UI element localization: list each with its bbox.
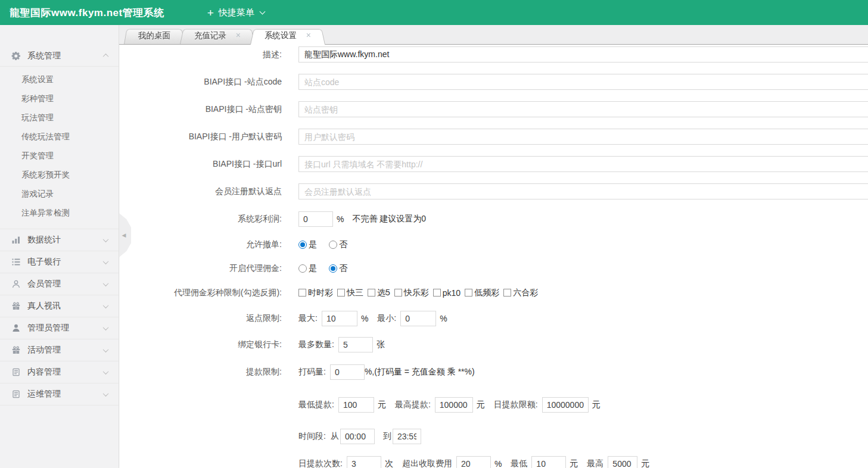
lottery-checkbox[interactable]	[465, 289, 472, 297]
sidebar-subitem[interactable]: 注单异常检测	[0, 204, 119, 223]
sidebar-subitem[interactable]: 传统玩法管理	[0, 127, 119, 146]
profit-input[interactable]	[298, 211, 333, 227]
unit-label: 张	[377, 339, 385, 350]
sidebar-group-activities[interactable]: 活动管理	[0, 339, 119, 361]
bank-card-qty-input[interactable]	[338, 337, 373, 352]
site-code-input[interactable]	[298, 74, 868, 90]
close-icon[interactable]: ×	[236, 30, 241, 40]
rebate-min-input[interactable]	[400, 311, 436, 326]
lottery-checkbox[interactable]	[433, 289, 441, 297]
sidebar-subitem[interactable]: 系统设置	[0, 70, 119, 89]
sidebar-subitem[interactable]: 游戏记录	[0, 185, 119, 204]
sidebar-group-label: 数据统计	[27, 235, 104, 245]
sidebar-group-label: 电子银行	[27, 257, 104, 267]
sidebar-subitem[interactable]: 开奖管理	[0, 146, 119, 166]
agent-commission-yes-radio[interactable]	[298, 264, 307, 273]
fee-max-input[interactable]	[608, 456, 637, 468]
radio-label: 否	[339, 263, 347, 274]
chevron-down-icon	[103, 280, 109, 286]
gift-icon	[11, 345, 21, 355]
checkbox-label: 快三	[347, 288, 363, 298]
sidebar-group-label: 活动管理	[27, 345, 104, 355]
time-range-label: 时间段:	[298, 431, 326, 442]
radio-label: 是	[309, 239, 317, 250]
max-qty-label: 最多数量:	[298, 339, 334, 350]
lottery-checkbox[interactable]	[298, 289, 306, 297]
lottery-checkbox[interactable]	[394, 289, 402, 297]
max-withdraw-input[interactable]	[435, 397, 473, 413]
sidebar-group-system[interactable]: 系统管理	[0, 45, 119, 67]
field-label: 绑定银行卡:	[120, 336, 282, 352]
field-time-range: 时间段: 从 到	[120, 428, 868, 444]
min-withdraw-input[interactable]	[338, 397, 374, 413]
field-register-rebate: 会员注册默认返点	[120, 183, 868, 199]
percent-unit: %	[337, 214, 344, 224]
collapse-left-icon: ◀	[122, 233, 126, 238]
sidebar-submenu: 系统设置 彩种管理 玩法管理 传统玩法管理 开奖管理 系统彩预开奖 游戏记录 注…	[0, 67, 119, 229]
allow-cancel-no-radio[interactable]	[329, 241, 337, 249]
chevron-down-icon	[103, 302, 109, 308]
api-url-input[interactable]	[298, 156, 868, 172]
field-label: 系统彩利润:	[120, 211, 282, 227]
dama-input[interactable]	[330, 364, 365, 380]
field-site-code: BIAPI接口 -站点code	[120, 74, 868, 90]
list-icon	[11, 257, 21, 267]
gear-icon	[11, 51, 21, 61]
field-label: BIAPI接口 -用户默认密码	[120, 129, 282, 145]
site-key-input[interactable]	[298, 101, 868, 117]
field-label: 允许撤单:	[120, 236, 282, 252]
quick-menu-button[interactable]: + 快捷菜单	[207, 7, 265, 18]
chevron-down-icon	[103, 391, 109, 397]
field-label: 提款限制:	[120, 364, 282, 380]
close-icon[interactable]: ×	[306, 30, 311, 40]
checkbox-label: 选5	[377, 288, 390, 298]
daily-limit-input[interactable]	[542, 397, 589, 413]
unit-label: 元	[378, 400, 386, 410]
min-withdraw-label: 最低提款:	[298, 400, 334, 410]
top-bar: 龍聖国际www.fkym.net管理系统 + 快捷菜单	[0, 0, 868, 25]
profit-note: 不完善 建议设置为0	[352, 214, 426, 224]
lottery-checkbox[interactable]	[503, 289, 511, 297]
unit-label: 次	[385, 458, 393, 468]
sidebar-group-content[interactable]: 内容管理	[0, 361, 119, 383]
field-withdraw-limit: 提款限制: 打码量: %,(打码量 = 充值金额 乘 **%)	[120, 364, 868, 380]
sidebar-group-members[interactable]: 会员管理	[0, 273, 119, 295]
lottery-checkbox[interactable]	[337, 289, 345, 297]
sidebar-subitem[interactable]: 玩法管理	[0, 108, 119, 127]
checkbox-label: pk10	[443, 288, 461, 298]
sidebar-group-statistics[interactable]: 数据统计	[0, 229, 119, 251]
field-daily-times: 日提款次数: 次 超出收取费用 % 最低 元 最高 元	[120, 455, 868, 468]
percent-unit: %	[440, 314, 447, 323]
sidebar-group-live-video[interactable]: 真人视讯	[0, 295, 119, 317]
tab-my-desktop[interactable]: 我的桌面	[124, 27, 185, 44]
gift-icon	[11, 301, 21, 311]
register-rebate-input[interactable]	[298, 183, 868, 199]
field-system-profit: 系统彩利润: % 不完善 建议设置为0	[120, 211, 868, 227]
sidebar-group-ebank[interactable]: 电子银行	[0, 251, 119, 273]
description-input[interactable]	[298, 46, 868, 63]
system-settings-form: 描述: BIAPI接口 -站点code BIAPI接口 -站点密钥 BIAPI接…	[120, 45, 868, 468]
default-password-input[interactable]	[298, 129, 868, 145]
sidebar-group-operations[interactable]: 运维管理	[0, 383, 119, 405]
sidebar-group-admins[interactable]: 管理员管理	[0, 317, 119, 339]
agent-commission-no-radio[interactable]	[329, 264, 337, 273]
lottery-checkbox[interactable]	[368, 289, 375, 297]
tab-system-settings[interactable]: 系统设置 ×	[250, 27, 325, 45]
field-label: 代理佣金彩种限制(勾选反拥):	[120, 285, 282, 301]
tab-recharge-records[interactable]: 充值记录 ×	[180, 27, 255, 44]
chevron-down-icon	[103, 236, 109, 242]
fee-min-input[interactable]	[531, 456, 566, 468]
chevron-down-icon	[103, 369, 109, 375]
field-label: 开启代理佣金:	[120, 260, 282, 276]
daily-times-input[interactable]	[347, 456, 381, 468]
field-site-key: BIAPI接口 -站点密钥	[120, 101, 868, 117]
rebate-max-input[interactable]	[322, 311, 357, 326]
checkbox-label: 快乐彩	[404, 288, 429, 298]
allow-cancel-yes-radio[interactable]	[298, 241, 307, 249]
excess-fee-input[interactable]	[456, 456, 491, 468]
unit-label: 元	[641, 458, 649, 468]
time-from-input[interactable]	[340, 429, 375, 444]
sidebar-subitem[interactable]: 系统彩预开奖	[0, 166, 119, 185]
time-to-input[interactable]	[393, 429, 421, 444]
sidebar-subitem[interactable]: 彩种管理	[0, 89, 119, 108]
